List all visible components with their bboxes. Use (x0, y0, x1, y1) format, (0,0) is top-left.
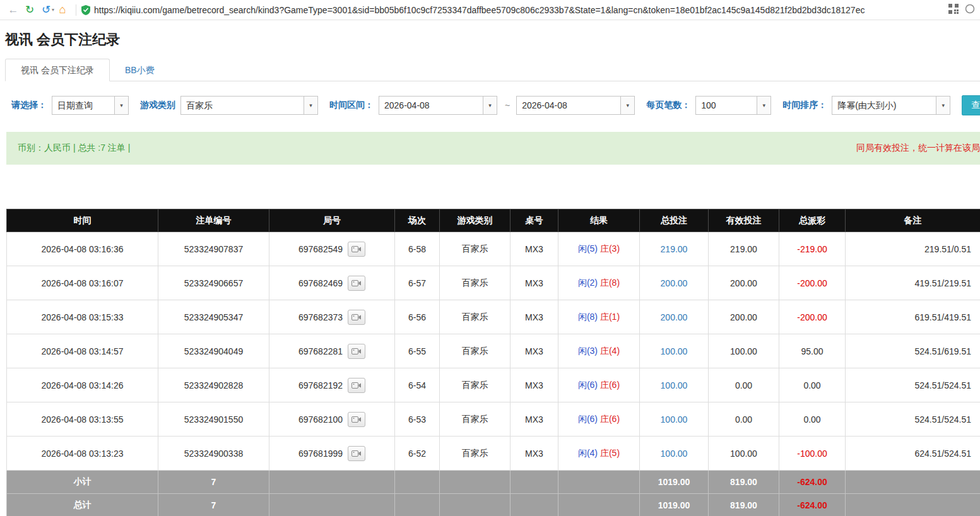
cell-game-type: 百家乐 (440, 266, 511, 300)
cell-total-bet: 1019.00 (640, 494, 709, 516)
replay-video-button[interactable] (348, 344, 365, 359)
cell-table-no: MX3 (511, 300, 558, 334)
table-header-row: 时间注单编号局号场次游戏类别桌号结果总投注有效投注总派彩备注 (7, 209, 980, 232)
tab-bb-tip[interactable]: BB小费 (110, 59, 170, 81)
security-shield-icon[interactable] (81, 5, 90, 15)
cell-count: 7 (158, 494, 269, 516)
game-type-select[interactable]: 百家乐 ▾ (180, 96, 318, 115)
round-number: 697682549 (298, 244, 343, 254)
cell-bet-id: 523324900338 (158, 437, 269, 471)
result-banker: 庄(3) (600, 243, 620, 254)
chevron-down-icon[interactable]: ▾ (483, 97, 497, 114)
extension-icon[interactable] (965, 4, 975, 16)
chevron-down-icon[interactable]: ▾ (936, 97, 950, 114)
chevron-down-icon[interactable]: ▾ (757, 97, 770, 114)
cell-payout: 95.00 (779, 334, 846, 368)
cell-game-type: 百家乐 (440, 300, 511, 334)
cell-time: 2026-04-08 03:14:26 (7, 368, 158, 402)
cell-note: 524.51/524.51 (846, 368, 980, 402)
table-row: 2026-04-08 03:13:23523324900338697681999… (7, 437, 980, 471)
table-row: 2026-04-08 03:14:26523324902828697682192… (7, 368, 980, 402)
date-from-input[interactable]: 2026-04-08 ▾ (379, 96, 497, 115)
cell-game-type: 百家乐 (440, 368, 511, 402)
cell-session: 6-58 (395, 232, 440, 266)
refresh-icon[interactable]: ↻ (21, 3, 38, 16)
chevron-down-icon[interactable]: ▾ (304, 97, 317, 114)
bet-record-table: 时间注单编号局号场次游戏类别桌号结果总投注有效投注总派彩备注 2026-04-0… (6, 209, 980, 516)
cell-empty (846, 471, 980, 494)
page-size-label: 每页笔数： (646, 100, 690, 111)
cell-result: 闲(3) 庄(4) (558, 334, 640, 368)
date-to-input[interactable]: 2026-04-08 ▾ (516, 96, 635, 115)
cell-payout: 0.00 (779, 402, 846, 437)
query-type-select[interactable]: 日期查询 ▾ (52, 96, 129, 115)
cell-table-no: MX3 (511, 232, 558, 266)
replay-video-button[interactable] (348, 412, 365, 427)
table-row: 2026-04-08 03:13:55523324901550697682100… (7, 402, 980, 437)
cell-note: 219.51/0.51 (846, 232, 980, 266)
cell-table-no: MX3 (511, 334, 558, 368)
total-row: 总计71019.00819.00-624.00 (7, 494, 980, 516)
replay-video-button[interactable] (348, 310, 365, 325)
summary-currency-count: 币别：人民币 | 总共 :7 注单 | (18, 143, 130, 154)
cell-session: 6-53 (395, 402, 440, 437)
table-row: 2026-04-08 03:15:33523324905347697682373… (7, 300, 980, 334)
cell-table-no: MX3 (511, 368, 558, 402)
url-bar[interactable]: https://kiqiiu.com/game/betrecord_search… (94, 5, 943, 15)
cell-bet-id: 523324902828 (158, 368, 269, 402)
replay-video-button[interactable] (348, 276, 365, 291)
cell-valid-bet: 219.00 (709, 232, 779, 266)
cell-session: 6-56 (395, 300, 440, 334)
round-number: 697682192 (298, 380, 343, 390)
result-text: 闲(3) 庄(4) (578, 346, 620, 356)
summary-notice: 同局有效投注，统一计算在该局 (856, 143, 980, 154)
column-header: 结果 (558, 209, 640, 232)
back-icon[interactable]: ← (5, 4, 21, 16)
cell-valid-bet: 0.00 (709, 368, 779, 402)
cell-valid-bet: 200.00 (709, 300, 779, 334)
column-header: 桌号 (511, 209, 558, 232)
qr-code-icon[interactable] (948, 4, 959, 16)
result-banker: 庄(6) (600, 380, 620, 390)
result-player: 闲(6) (578, 414, 598, 424)
chevron-down-icon[interactable]: ▾ (620, 97, 634, 114)
cell-time: 2026-04-08 03:13:23 (7, 437, 158, 471)
replay-video-button[interactable] (348, 242, 365, 257)
tab-bar: 视讯 会员下注纪录 BB小费 (5, 58, 980, 81)
cell-valid-bet: 200.00 (709, 266, 779, 300)
cell-empty (269, 494, 395, 516)
result-player: 闲(4) (578, 448, 598, 458)
cell-round: 697681999 (269, 437, 395, 471)
replay-video-button[interactable] (348, 378, 365, 393)
chevron-down-icon[interactable]: ▾ (114, 97, 128, 114)
cell-total-bet: 100.00 (640, 402, 709, 437)
cell-empty (440, 494, 511, 516)
replay-video-button[interactable] (348, 446, 365, 461)
cell-total-bet: 100.00 (640, 437, 709, 471)
toolbar-divider (76, 4, 76, 16)
home-icon[interactable]: ⌂ (54, 3, 71, 16)
cell-empty (511, 494, 558, 516)
round-number: 697682100 (298, 414, 343, 425)
result-text: 闲(8) 庄(1) (578, 312, 620, 322)
page-size-select[interactable]: 100 ▾ (695, 96, 771, 115)
result-text: 闲(6) 庄(6) (578, 380, 620, 390)
sort-order-select[interactable]: 降幂(由大到小) ▾ (832, 96, 950, 115)
cell-session: 6-52 (395, 437, 440, 471)
cell-round: 697682100 (269, 402, 395, 437)
filter-bar: 请选择： 日期查询 ▾ 游戏类别 百家乐 ▾ 时间区间： 2026-04-08 … (11, 95, 980, 115)
page-title: 视讯 会员下注纪录 (5, 30, 980, 49)
result-text: 闲(5) 庄(3) (578, 243, 620, 254)
cell-time: 2026-04-08 03:14:57 (7, 334, 158, 368)
round-number: 697681999 (298, 449, 343, 459)
cell-bet-id: 523324906657 (158, 266, 269, 300)
summary-bar: 币别：人民币 | 总共 :7 注单 | 同局有效投注，统一计算在该局 (6, 132, 980, 165)
tab-betrecord[interactable]: 视讯 会员下注纪录 (5, 59, 110, 81)
time-range-label: 时间区间： (329, 100, 374, 111)
search-button[interactable]: 查询 (962, 95, 980, 115)
cell-valid-bet: 819.00 (709, 494, 779, 516)
cell-total-bet: 1019.00 (640, 471, 709, 494)
result-player: 闲(3) (578, 346, 598, 356)
cell-note: 524.51/524.51 (846, 402, 980, 437)
column-header: 游戏类别 (440, 209, 511, 232)
